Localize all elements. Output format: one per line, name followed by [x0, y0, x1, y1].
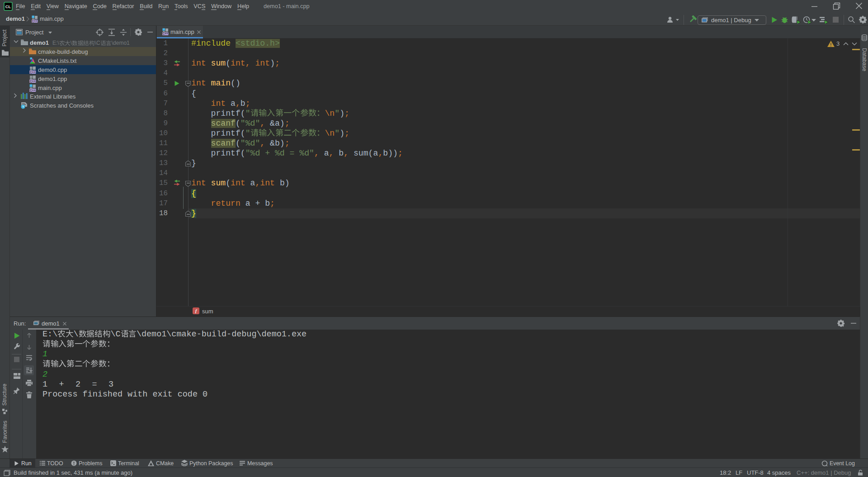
svg-text:CL: CL — [5, 4, 11, 9]
